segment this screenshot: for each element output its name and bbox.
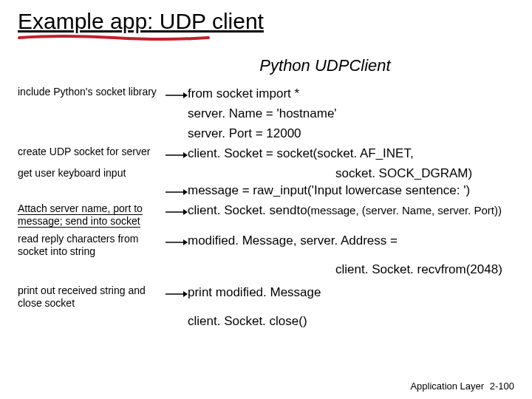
arrow-icon	[166, 284, 188, 299]
slide-body: include Python's socket library from soc…	[18, 86, 514, 330]
arrow-icon	[166, 86, 188, 100]
arrow-icon	[166, 233, 188, 248]
code-line: client. Socket. sendto(message, (server.…	[188, 202, 514, 219]
annotation-sendto: Attach server name, port to message; sen…	[18, 202, 166, 228]
code-line: modified. Message, server. Address =	[188, 233, 514, 250]
footer-page-number: 2-100	[490, 381, 514, 392]
code-line: from socket import *	[188, 86, 514, 103]
arrow-icon	[166, 146, 188, 160]
annotation-recvfrom: read reply characters from socket into s…	[18, 233, 166, 259]
annotation-print-close: print out received string and close sock…	[18, 284, 166, 310]
code-line: socket. SOCK_DGRAM)	[188, 166, 514, 183]
code-line: client. Socket = socket(socket. AF_INET,	[188, 146, 514, 163]
code-line: client. Socket. recvfrom(2048)	[188, 262, 514, 279]
annotation-create-socket: create UDP socket for server	[18, 146, 166, 159]
arrow-icon	[166, 183, 188, 197]
slide-subtitle: Python UDPClient	[136, 56, 514, 75]
slide-title: Example app: UDP client	[18, 9, 514, 34]
footer-label: Application Layer	[410, 381, 484, 392]
annotation-keyboard-input: get user keyboard input	[18, 166, 166, 180]
code-line: client. Socket. close()	[188, 313, 514, 330]
code-line: message = raw_input('Input lowercase sen…	[188, 183, 514, 200]
code-line: server. Name = 'hostname'	[188, 106, 514, 123]
footer: Application Layer 2-100	[410, 381, 514, 392]
arrow-icon	[166, 202, 188, 217]
annotation-include-socket: include Python's socket library	[18, 86, 166, 99]
title-accent-underline	[18, 34, 210, 38]
code-line: print modified. Message	[188, 284, 514, 301]
code-line: server. Port = 12000	[188, 126, 514, 143]
